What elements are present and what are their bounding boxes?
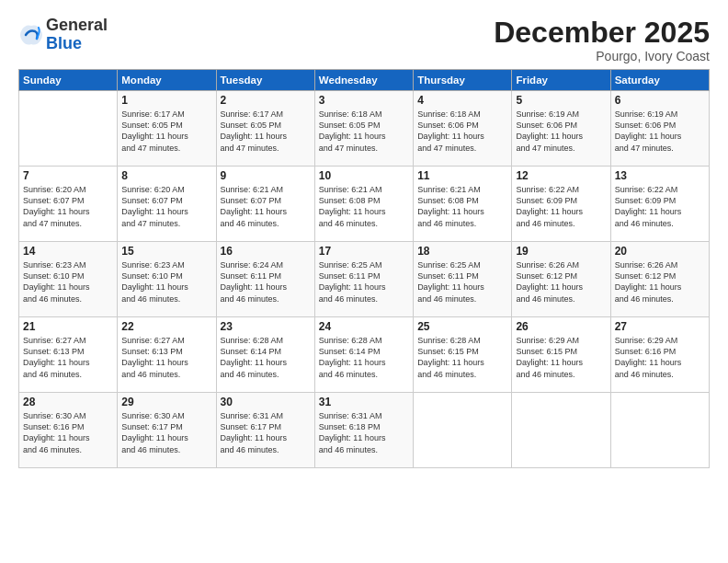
day-number: 5 [516, 94, 606, 107]
day-number: 29 [121, 396, 211, 408]
calendar-cell: 27Sunrise: 6:29 AM Sunset: 6:16 PM Dayli… [610, 317, 709, 393]
day-number: 16 [221, 245, 311, 258]
cell-info: Sunrise: 6:24 AM Sunset: 6:11 PM Dayligh… [221, 259, 311, 304]
cell-info: Sunrise: 6:30 AM Sunset: 6:16 PM Dayligh… [23, 410, 113, 455]
calendar-cell: 17Sunrise: 6:25 AM Sunset: 6:11 PM Dayli… [314, 242, 413, 317]
day-number: 8 [121, 169, 211, 182]
day-number: 20 [615, 245, 705, 258]
calendar-cell: 7Sunrise: 6:20 AM Sunset: 6:07 PM Daylig… [19, 167, 118, 242]
calendar-cell: 2Sunrise: 6:17 AM Sunset: 6:05 PM Daylig… [216, 91, 314, 167]
calendar-header: SundayMondayTuesdayWednesdayThursdayFrid… [19, 70, 710, 91]
cell-info: Sunrise: 6:17 AM Sunset: 6:05 PM Dayligh… [121, 109, 211, 154]
cell-info: Sunrise: 6:27 AM Sunset: 6:13 PM Dayligh… [23, 335, 113, 380]
cell-info: Sunrise: 6:31 AM Sunset: 6:17 PM Dayligh… [221, 410, 311, 455]
cell-info: Sunrise: 6:28 AM Sunset: 6:15 PM Dayligh… [417, 335, 507, 380]
calendar-cell: 18Sunrise: 6:25 AM Sunset: 6:11 PM Dayli… [414, 242, 512, 317]
header-wednesday: Wednesday [314, 70, 413, 91]
cell-info: Sunrise: 6:22 AM Sunset: 6:09 PM Dayligh… [516, 184, 606, 229]
cell-info: Sunrise: 6:21 AM Sunset: 6:08 PM Dayligh… [417, 184, 507, 229]
cell-info: Sunrise: 6:26 AM Sunset: 6:12 PM Dayligh… [615, 259, 705, 304]
calendar-cell: 16Sunrise: 6:24 AM Sunset: 6:11 PM Dayli… [216, 242, 314, 317]
cell-info: Sunrise: 6:20 AM Sunset: 6:07 PM Dayligh… [121, 184, 211, 229]
day-number: 28 [23, 396, 113, 408]
title-block: December 2025 Pourgo, Ivory Coast [494, 17, 710, 63]
cell-info: Sunrise: 6:26 AM Sunset: 6:12 PM Dayligh… [516, 259, 606, 304]
calendar-cell: 29Sunrise: 6:30 AM Sunset: 6:17 PM Dayli… [118, 393, 216, 468]
calendar-cell: 11Sunrise: 6:21 AM Sunset: 6:08 PM Dayli… [414, 167, 512, 242]
calendar-cell: 24Sunrise: 6:28 AM Sunset: 6:14 PM Dayli… [314, 317, 413, 393]
day-number: 22 [121, 320, 211, 333]
header-monday: Monday [118, 70, 216, 91]
day-number: 25 [417, 320, 507, 333]
calendar-cell: 28Sunrise: 6:30 AM Sunset: 6:16 PM Dayli… [19, 393, 118, 468]
calendar-cell: 22Sunrise: 6:27 AM Sunset: 6:13 PM Dayli… [118, 317, 216, 393]
calendar-cell: 14Sunrise: 6:23 AM Sunset: 6:10 PM Dayli… [19, 242, 118, 317]
cell-info: Sunrise: 6:19 AM Sunset: 6:06 PM Dayligh… [615, 109, 705, 154]
cell-info: Sunrise: 6:23 AM Sunset: 6:10 PM Dayligh… [23, 259, 113, 304]
week-row-4: 21Sunrise: 6:27 AM Sunset: 6:13 PM Dayli… [19, 317, 710, 393]
calendar-cell [19, 91, 118, 167]
header-sunday: Sunday [19, 70, 118, 91]
calendar-cell: 13Sunrise: 6:22 AM Sunset: 6:09 PM Dayli… [610, 167, 709, 242]
calendar-cell [610, 393, 709, 468]
calendar-cell: 1Sunrise: 6:17 AM Sunset: 6:05 PM Daylig… [118, 91, 216, 167]
cell-info: Sunrise: 6:23 AM Sunset: 6:10 PM Dayligh… [121, 259, 211, 304]
header-friday: Friday [512, 70, 610, 91]
cell-info: Sunrise: 6:31 AM Sunset: 6:18 PM Dayligh… [319, 410, 409, 455]
day-number: 2 [221, 94, 311, 107]
logo-icon [18, 22, 44, 48]
calendar-cell: 12Sunrise: 6:22 AM Sunset: 6:09 PM Dayli… [512, 167, 610, 242]
cell-info: Sunrise: 6:17 AM Sunset: 6:05 PM Dayligh… [221, 109, 311, 154]
calendar-cell: 5Sunrise: 6:19 AM Sunset: 6:06 PM Daylig… [512, 91, 610, 167]
calendar-table: SundayMondayTuesdayWednesdayThursdayFrid… [18, 69, 710, 468]
logo: General Blue [18, 17, 108, 53]
day-number: 24 [319, 320, 409, 333]
calendar-cell: 23Sunrise: 6:28 AM Sunset: 6:14 PM Dayli… [216, 317, 314, 393]
cell-info: Sunrise: 6:25 AM Sunset: 6:11 PM Dayligh… [319, 259, 409, 304]
cell-info: Sunrise: 6:20 AM Sunset: 6:07 PM Dayligh… [23, 184, 113, 229]
day-number: 31 [319, 396, 409, 408]
day-number: 12 [516, 169, 606, 182]
day-number: 30 [221, 396, 311, 408]
cell-info: Sunrise: 6:21 AM Sunset: 6:08 PM Dayligh… [319, 184, 409, 229]
day-number: 13 [615, 169, 705, 182]
cell-info: Sunrise: 6:30 AM Sunset: 6:17 PM Dayligh… [121, 410, 211, 455]
cell-info: Sunrise: 6:28 AM Sunset: 6:14 PM Dayligh… [221, 335, 311, 380]
day-number: 21 [23, 320, 113, 333]
logo-text: General Blue [46, 17, 108, 53]
calendar-cell [512, 393, 610, 468]
cell-info: Sunrise: 6:18 AM Sunset: 6:06 PM Dayligh… [417, 109, 507, 154]
header-saturday: Saturday [610, 70, 709, 91]
day-number: 9 [221, 169, 311, 182]
day-number: 11 [417, 169, 507, 182]
day-number: 18 [417, 245, 507, 258]
location: Pourgo, Ivory Coast [494, 49, 710, 63]
day-number: 26 [516, 320, 606, 333]
day-number: 27 [615, 320, 705, 333]
calendar-cell: 26Sunrise: 6:29 AM Sunset: 6:15 PM Dayli… [512, 317, 610, 393]
calendar-cell: 20Sunrise: 6:26 AM Sunset: 6:12 PM Dayli… [610, 242, 709, 317]
day-number: 19 [516, 245, 606, 258]
calendar-cell: 3Sunrise: 6:18 AM Sunset: 6:05 PM Daylig… [314, 91, 413, 167]
day-number: 15 [121, 245, 211, 258]
day-number: 3 [319, 94, 409, 107]
calendar-page: General Blue December 2025 Pourgo, Ivory… [0, 0, 728, 563]
day-number: 17 [319, 245, 409, 258]
calendar-cell: 6Sunrise: 6:19 AM Sunset: 6:06 PM Daylig… [610, 91, 709, 167]
cell-info: Sunrise: 6:29 AM Sunset: 6:16 PM Dayligh… [615, 335, 705, 380]
calendar-cell: 4Sunrise: 6:18 AM Sunset: 6:06 PM Daylig… [414, 91, 512, 167]
calendar-cell [414, 393, 512, 468]
cell-info: Sunrise: 6:21 AM Sunset: 6:07 PM Dayligh… [221, 184, 311, 229]
calendar-cell: 30Sunrise: 6:31 AM Sunset: 6:17 PM Dayli… [216, 393, 314, 468]
calendar-body: 1Sunrise: 6:17 AM Sunset: 6:05 PM Daylig… [19, 91, 710, 468]
cell-info: Sunrise: 6:25 AM Sunset: 6:11 PM Dayligh… [417, 259, 507, 304]
cell-info: Sunrise: 6:22 AM Sunset: 6:09 PM Dayligh… [615, 184, 705, 229]
calendar-cell: 10Sunrise: 6:21 AM Sunset: 6:08 PM Dayli… [314, 167, 413, 242]
calendar-cell: 9Sunrise: 6:21 AM Sunset: 6:07 PM Daylig… [216, 167, 314, 242]
cell-info: Sunrise: 6:29 AM Sunset: 6:15 PM Dayligh… [516, 335, 606, 380]
day-number: 4 [417, 94, 507, 107]
day-number: 10 [319, 169, 409, 182]
month-title: December 2025 [494, 17, 710, 49]
header-tuesday: Tuesday [216, 70, 314, 91]
day-number: 23 [221, 320, 311, 333]
